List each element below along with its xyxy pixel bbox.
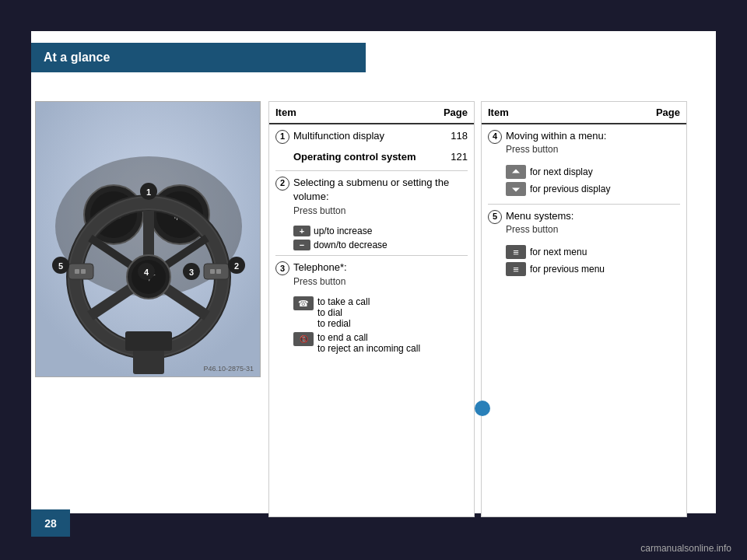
next-display-label: for next display — [530, 166, 593, 177]
plus-label: up/to increase — [314, 226, 372, 236]
row-label-2: Selecting a submenu or setting the volum… — [293, 176, 468, 204]
menu-next-icon — [506, 245, 526, 259]
row-label-ocs: Operating control system — [293, 150, 444, 164]
page-number: 28 — [44, 517, 57, 530]
page-number-box: 28 — [31, 509, 70, 537]
svg-rect-35 — [133, 347, 164, 374]
icon-row-plus: + up/to increase — [293, 226, 468, 236]
plus-icon: + — [293, 226, 310, 236]
icon-row-next-menu: for next menu — [506, 245, 680, 259]
press-button-2: Press button — [293, 205, 468, 218]
phone-end-icon — [293, 332, 314, 346]
row-content-2: Selecting a submenu or setting the volum… — [293, 176, 468, 219]
icon-row-prev-menu: for previous menu — [506, 262, 680, 276]
table-left-header: Item Page — [269, 102, 474, 124]
svg-rect-24 — [216, 269, 221, 274]
table-row: 5 Menu systems: Press button — [488, 209, 680, 239]
end-label: to end a callto reject an incoming call — [317, 332, 420, 354]
table-right: Item Page 4 Moving within a menu: Press … — [481, 101, 687, 517]
menu-prev-icon — [506, 262, 526, 276]
header-bar: At a glance — [31, 43, 366, 72]
row-label-4: Moving within a menu: — [506, 129, 680, 143]
press-button-4: Press button — [506, 143, 680, 156]
svg-text:1: 1 — [146, 187, 151, 197]
row-label-3: Telephone*: — [293, 261, 468, 275]
icon-row-minus: − down/to decrease — [293, 240, 468, 250]
table-right-body: 4 Moving within a menu: Press button for… — [482, 124, 686, 284]
svg-text:2: 2 — [234, 261, 239, 271]
minus-label: down/to decrease — [314, 240, 388, 250]
svg-rect-36 — [125, 331, 172, 351]
table-row: 1 Multifunction display 118 — [275, 129, 468, 144]
row-page-1: 118 — [444, 129, 468, 143]
press-button-3: Press button — [293, 275, 468, 289]
icon-row-accept: to take a callto dialto redial — [293, 296, 468, 329]
minus-icon: − — [293, 240, 310, 250]
prev-display-label: for previous display — [530, 184, 610, 194]
table-right-header: Item Page — [482, 102, 686, 124]
icon-row-next-display: for next display — [506, 165, 680, 179]
row-number-2: 2 — [275, 177, 289, 191]
blue-dot — [475, 401, 490, 416]
icon-row-prev-display: for previous display — [506, 182, 680, 196]
page-title: At a glance — [44, 51, 110, 65]
accept-label: to take a callto dialto redial — [317, 296, 370, 329]
row-number-1: 1 — [275, 130, 289, 144]
next-menu-label: for next menu — [530, 247, 587, 257]
svg-text:5: 5 — [58, 261, 63, 271]
row-page-ocs: 121 — [444, 150, 468, 164]
photo-label: P46.10-2875-31 — [203, 365, 254, 373]
row-label-multifunction: Multifunction display — [293, 129, 444, 143]
row-number-3: 3 — [275, 261, 289, 275]
phone-accept-icon — [293, 296, 314, 310]
svg-text:3: 3 — [189, 268, 194, 277]
table-row: 2 Selecting a submenu or setting the vol… — [275, 176, 468, 219]
table-row: 3 Telephone*: Press button — [275, 261, 468, 290]
arrow-down-icon — [506, 182, 526, 196]
col-item-right: Item — [488, 107, 509, 118]
arrow-up-icon — [506, 165, 526, 179]
row-number-4: 4 — [488, 130, 502, 144]
row-content-4: Moving within a menu: Press button — [506, 129, 680, 159]
table-row: 4 Moving within a menu: Press button — [488, 129, 680, 159]
svg-text:4: 4 — [144, 268, 149, 277]
svg-rect-23 — [210, 269, 215, 274]
watermark: carmanualsonline.info — [640, 543, 731, 554]
icon-row-end: to end a callto reject an incoming call — [293, 332, 468, 354]
svg-rect-20 — [75, 269, 79, 274]
col-page-right: Page — [656, 107, 680, 118]
row-number-5: 5 — [488, 210, 502, 224]
svg-rect-21 — [81, 269, 86, 274]
car-image: km/h rpm ✦ — [35, 101, 261, 377]
press-button-5: Press button — [506, 223, 680, 236]
row-label-5: Menu systems: — [506, 209, 680, 223]
steering-wheel-image: km/h rpm ✦ — [36, 102, 260, 376]
table-left-body: 1 Multifunction display 118 Operating co… — [269, 124, 474, 362]
prev-menu-label: for previous menu — [530, 264, 605, 275]
col-page-left: Page — [444, 107, 468, 118]
steering-wheel-svg: km/h rpm ✦ — [36, 102, 261, 377]
row-content-3: Telephone*: Press button — [293, 261, 468, 290]
row-content-5: Menu systems: Press button — [506, 209, 680, 239]
col-item-left: Item — [275, 107, 296, 118]
table-row: Operating control system 121 — [293, 150, 468, 164]
table-left: Item Page 1 Multifunction display 118 Op… — [268, 101, 475, 517]
